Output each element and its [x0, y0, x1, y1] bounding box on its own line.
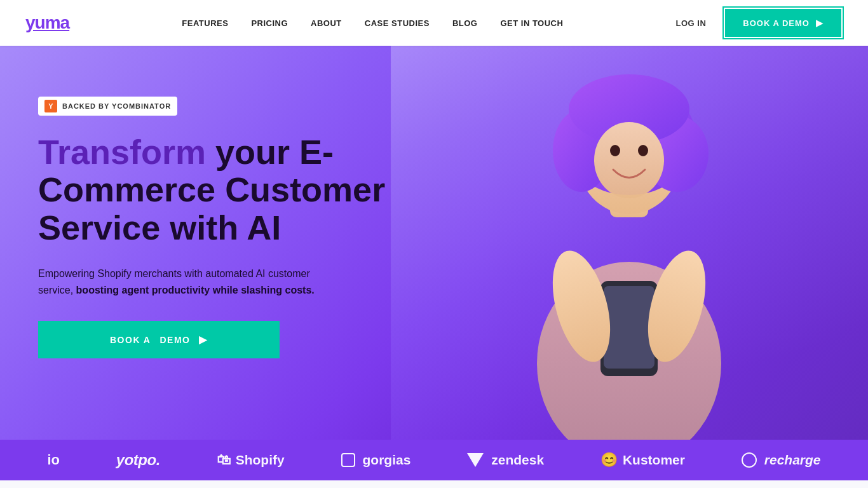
partners-bar: io yotpo. 🛍 Shopify gorgias zendesk 😊 Ku…	[0, 440, 868, 480]
svg-point-8	[610, 145, 620, 156]
ycombinator-badge[interactable]: Y BACKED BY YCOMBINATOR	[38, 97, 177, 116]
kustomer-icon: 😊	[600, 452, 618, 468]
zendesk-icon	[467, 453, 484, 467]
hero-illustration	[483, 46, 775, 440]
shopify-bag-icon: 🛍	[217, 452, 231, 468]
recharge-icon	[742, 452, 757, 468]
partner-gorgias: gorgias	[341, 452, 411, 468]
partner-recharge-label: recharge	[764, 452, 821, 468]
login-button[interactable]: LOG IN	[676, 18, 707, 28]
navbar: yuma FEATURES PRICING ABOUT CASE STUDIES…	[0, 0, 868, 46]
bottom-section	[0, 480, 868, 488]
hero-desc-bold: boosting agent productivity while slashi…	[76, 285, 315, 295]
partner-recharge: recharge	[742, 452, 821, 468]
logo[interactable]: yuma	[25, 13, 69, 33]
partner-zendesk-label: zendesk	[491, 452, 544, 468]
partner-io-label: io	[47, 452, 60, 468]
partner-kustomer-label: Kustomer	[623, 452, 685, 468]
partner-shopify: 🛍 Shopify	[217, 452, 285, 468]
nav-links: FEATURES PRICING ABOUT CASE STUDIES BLOG…	[182, 18, 563, 28]
gorgias-icon	[341, 453, 355, 467]
cta-arrow-icon: ▶	[199, 334, 208, 346]
partner-gorgias-label: gorgias	[363, 452, 411, 468]
partner-zendesk: zendesk	[467, 452, 544, 468]
hero-title: Transform your E-Commerce Customer Servi…	[38, 133, 407, 247]
svg-point-9	[638, 145, 648, 156]
partner-shopify-label: Shopify	[236, 452, 285, 468]
nav-blog[interactable]: BLOG	[452, 18, 478, 28]
nav-about[interactable]: ABOUT	[311, 18, 342, 28]
hero-title-transform: Transform	[38, 133, 206, 171]
nav-features[interactable]: FEATURES	[182, 18, 228, 28]
hero-section: Y BACKED BY YCOMBINATOR Transform your E…	[0, 46, 868, 440]
hero-image	[391, 46, 868, 440]
hero-description: Empowering Shopify merchants with automa…	[38, 266, 343, 298]
cta-label-plain: BOOK A	[110, 335, 151, 345]
nav-right: LOG IN BOOK A DEMO ▶	[676, 8, 843, 38]
partner-kustomer: 😊 Kustomer	[600, 452, 685, 468]
partner-io: io	[47, 452, 60, 468]
book-demo-button[interactable]: BOOK A DEMO ▶	[724, 8, 843, 38]
yc-icon: Y	[44, 100, 57, 112]
book-demo-arrow-icon: ▶	[816, 18, 824, 28]
partner-yotpo: yotpo.	[116, 451, 160, 469]
nav-pricing[interactable]: PRICING	[251, 18, 288, 28]
hero-content: Y BACKED BY YCOMBINATOR Transform your E…	[38, 84, 407, 358]
yc-badge-text: BACKED BY YCOMBINATOR	[62, 102, 171, 110]
nav-get-in-touch[interactable]: GET IN TOUCH	[500, 18, 563, 28]
cta-label-bold: DEMO	[159, 335, 190, 345]
hero-cta-button[interactable]: BOOK A DEMO ▶	[38, 321, 280, 358]
svg-rect-11	[604, 286, 654, 369]
nav-case-studies[interactable]: CASE STUDIES	[365, 18, 430, 28]
svg-point-7	[594, 122, 664, 198]
partner-yotpo-label: yotpo.	[116, 451, 160, 469]
book-demo-label: BOOK A DEMO	[743, 18, 810, 28]
